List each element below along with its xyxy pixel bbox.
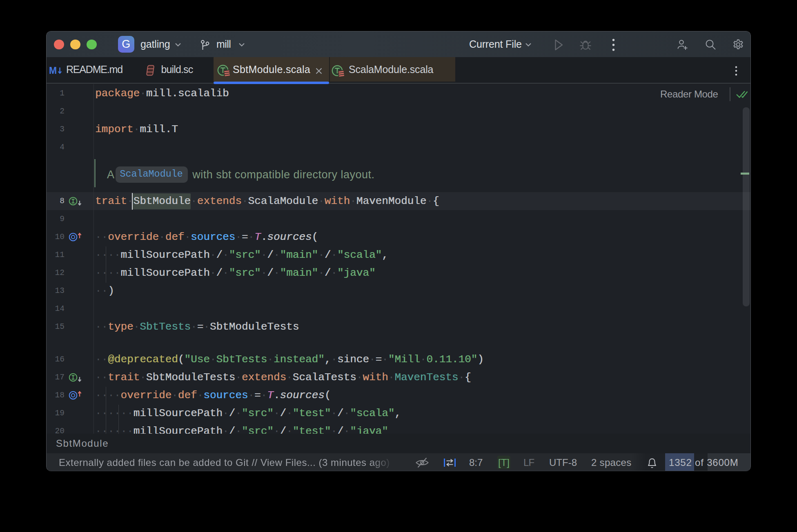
svg-text:M: M bbox=[49, 66, 57, 75]
